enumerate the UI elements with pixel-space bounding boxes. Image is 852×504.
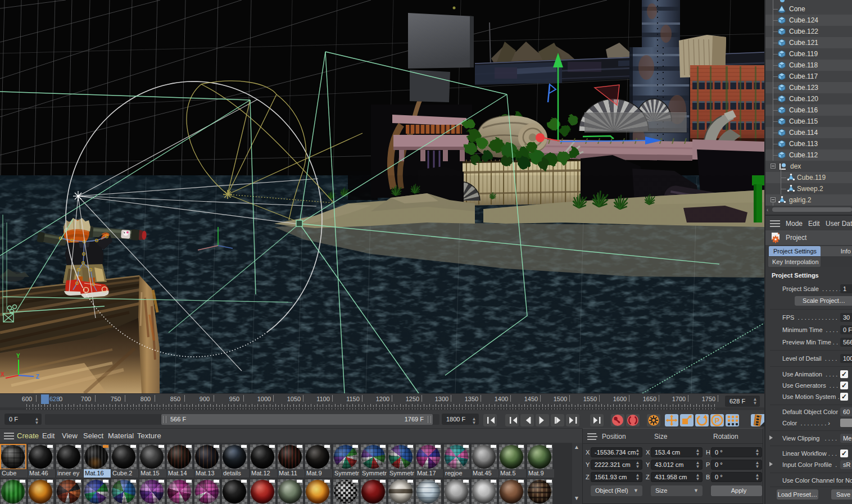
svg-text:X: X	[1, 371, 4, 378]
svg-text:Y: Y	[16, 353, 20, 359]
svg-text:Z: Z	[36, 374, 39, 380]
svg-text:P: P	[715, 416, 720, 425]
